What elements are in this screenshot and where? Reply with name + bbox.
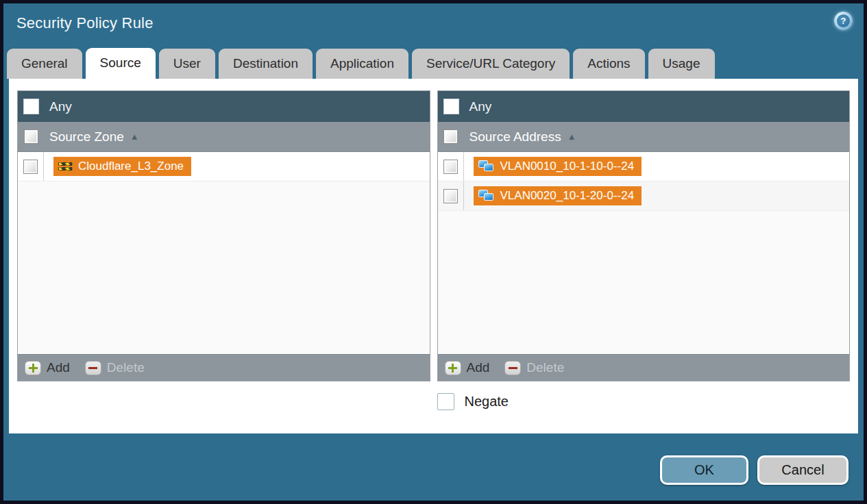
negate-label: Negate (465, 394, 509, 410)
help-icon[interactable]: ? (834, 12, 853, 30)
table-row: Cloudflare_L3_Zone (18, 152, 430, 181)
address-chip[interactable]: VLAN0020_10-1-20-0--24 (474, 186, 642, 205)
sort-ascending-icon[interactable]: ▲ (130, 131, 139, 142)
add-address-button[interactable]: Add (445, 360, 490, 375)
row-checkbox[interactable] (23, 160, 38, 174)
tab-application[interactable]: Application (316, 49, 408, 79)
source-zone-panel: Any Source Zone ▲ Cloudflare_L3_Zone (17, 90, 430, 381)
row-checkbox[interactable] (443, 189, 458, 203)
sort-ascending-icon[interactable]: ▲ (567, 131, 576, 142)
row-checkbox[interactable] (443, 160, 458, 174)
source-zone-selectall-checkbox[interactable] (24, 129, 38, 144)
delete-address-button[interactable]: Delete (504, 360, 564, 375)
source-zone-any-label: Any (49, 99, 72, 114)
source-address-column-label: Source Address (469, 129, 561, 144)
add-icon (445, 361, 461, 375)
source-address-rows: VLAN0010_10-1-10-0--24 VLAN0020_10-1-20-… (438, 152, 850, 354)
dialog-footer: OK Cancel (3, 434, 864, 501)
source-zone-column-label: Source Zone (49, 129, 124, 144)
address-icon (478, 190, 495, 202)
cancel-button[interactable]: Cancel (757, 455, 848, 485)
tab-service-url-category[interactable]: Service/URL Category (412, 49, 570, 79)
delete-icon (85, 361, 101, 375)
source-address-column-header[interactable]: Source Address ▲ (438, 122, 850, 152)
delete-icon (504, 361, 521, 375)
delete-zone-button[interactable]: Delete (85, 360, 145, 375)
negate-row: Negate (437, 393, 851, 410)
address-icon (478, 160, 495, 173)
security-policy-rule-dialog: Security Policy Rule ? General Source Us… (3, 3, 864, 501)
add-icon (25, 361, 41, 375)
table-row: VLAN0010_10-1-10-0--24 (438, 152, 850, 181)
tab-usage[interactable]: Usage (648, 49, 715, 79)
source-address-footer: Add Delete (438, 354, 850, 381)
tab-general[interactable]: General (7, 49, 82, 79)
address-chip[interactable]: VLAN0010_10-1-10-0--24 (474, 157, 642, 176)
title-bar: Security Policy Rule ? (3, 3, 864, 43)
source-zone-column-header[interactable]: Source Zone ▲ (18, 122, 430, 152)
help-glyph: ? (837, 14, 850, 27)
negate-checkbox[interactable] (437, 393, 454, 410)
source-address-any-label: Any (469, 99, 492, 114)
source-address-selectall-checkbox[interactable] (443, 129, 458, 144)
source-zone-any-checkbox[interactable] (23, 99, 39, 114)
source-tab-content: Any Source Zone ▲ Cloudflare_L3_Zone (9, 79, 858, 433)
address-name: VLAN0020_10-1-20-0--24 (500, 189, 635, 203)
zone-chip[interactable]: Cloudflare_L3_Zone (53, 157, 191, 176)
source-address-any-checkbox[interactable] (443, 99, 459, 114)
dialog-title: Security Policy Rule (16, 14, 154, 32)
add-zone-button[interactable]: Add (25, 360, 70, 375)
tab-source[interactable]: Source (86, 48, 156, 79)
tab-bar: General Source User Destination Applicat… (3, 43, 864, 79)
ok-button[interactable]: OK (660, 455, 748, 485)
source-zone-footer: Add Delete (18, 354, 430, 381)
zone-icon (58, 161, 73, 172)
source-address-any-row: Any (438, 91, 850, 122)
table-row: VLAN0020_10-1-20-0--24 (438, 181, 850, 211)
tab-actions[interactable]: Actions (573, 49, 644, 79)
zone-name: Cloudflare_L3_Zone (78, 160, 184, 173)
address-name: VLAN0010_10-1-10-0--24 (500, 160, 635, 173)
source-zone-rows: Cloudflare_L3_Zone (18, 152, 430, 354)
source-zone-any-row: Any (18, 91, 430, 122)
tab-user[interactable]: User (159, 49, 215, 79)
tab-destination[interactable]: Destination (219, 49, 313, 79)
source-address-panel: Any Source Address ▲ VLAN0010_10-1-10-0-… (437, 90, 851, 381)
